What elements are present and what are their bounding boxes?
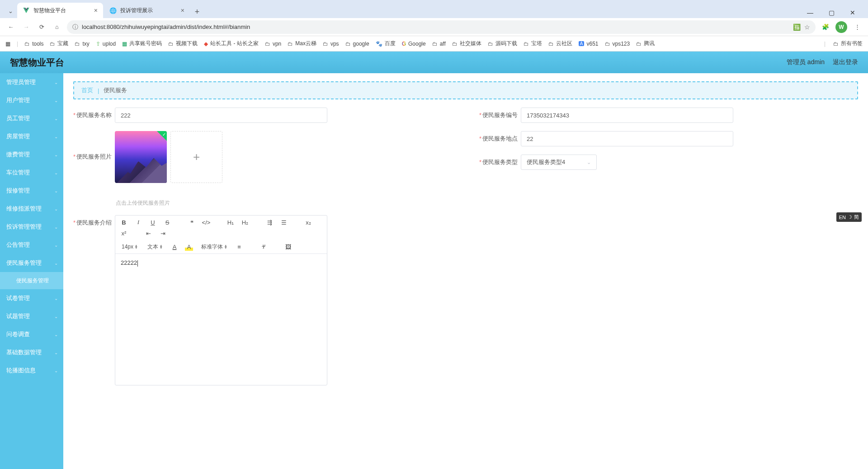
text-style-select[interactable]: 文本▴▾ [146, 243, 164, 251]
close-icon[interactable]: × [94, 7, 98, 14]
bookmark-item[interactable]: 🗀社交媒体 [452, 40, 481, 47]
image-button[interactable]: 🖼 [284, 243, 292, 251]
bookmark-item[interactable]: 🗀宝塔 [524, 40, 542, 47]
strike-button[interactable]: S [163, 218, 171, 226]
sidebar-item-paper[interactable]: 试卷管理⌄ [0, 289, 63, 307]
bookmark-item[interactable]: 🗀vps123 [605, 41, 630, 47]
maximize-button[interactable]: ▢ [825, 7, 838, 18]
code-input[interactable] [521, 108, 733, 123]
bookmark-item[interactable]: 🗀腾讯 [636, 40, 655, 47]
bookmark-item[interactable]: GGoogle [402, 41, 426, 47]
site-icon: ◆ [204, 41, 208, 47]
browser-tab-inactive[interactable]: 🌐 投诉管理展示 × [104, 3, 190, 18]
sidebar-item-question[interactable]: 试题管理⌄ [0, 307, 63, 325]
chevron-down-icon: ⌄ [54, 116, 58, 121]
bookmark-item[interactable]: ⇪uplod [96, 41, 116, 47]
bookmark-item[interactable]: 🗀aff [432, 41, 446, 47]
type-select[interactable]: 便民服务类型4 ⌄ [521, 155, 597, 170]
bookmark-item[interactable]: 🗀宝藏 [50, 40, 68, 47]
font-family-select[interactable]: 标准字体▴▾ [199, 243, 229, 251]
back-button[interactable]: ← [5, 22, 16, 33]
superscript-button[interactable]: x² [120, 229, 128, 237]
bookmark-item[interactable]: 🐾百度 [376, 40, 396, 47]
browser-tab-active[interactable]: 智慧物业平台 × [17, 3, 103, 18]
underline-button[interactable]: U [149, 218, 157, 226]
sidebar-item-user[interactable]: 用户管理⌄ [0, 91, 63, 109]
apps-icon[interactable]: ▦ [5, 41, 10, 47]
bookmark-star-icon[interactable]: ☆ [804, 23, 810, 31]
unordered-list-button[interactable]: ☰ [280, 218, 288, 226]
code-button[interactable]: </> [202, 218, 210, 226]
window-controls: — ▢ ✕ [803, 7, 864, 18]
bookmark-item[interactable]: 🗀视频下载 [168, 40, 198, 47]
sidebar-item-convenience[interactable]: 便民服务管理⌄ [0, 254, 63, 272]
text-color-button[interactable]: A [170, 243, 179, 251]
bookmark-item[interactable]: 🗀google [345, 41, 369, 47]
extensions-icon[interactable]: 🧩 [820, 22, 831, 33]
bookmark-item[interactable]: 🗀tools [24, 41, 43, 47]
sidebar-item-fee[interactable]: 缴费管理⌄ [0, 145, 63, 164]
bg-color-button[interactable]: A [185, 243, 193, 251]
sidebar-sub-convenience[interactable]: 便民服务管理 [0, 272, 63, 289]
bookmark-item[interactable]: ▦共享账号密码 [122, 40, 162, 47]
quote-button[interactable]: ❝ [188, 218, 196, 226]
sidebar-item-house[interactable]: 房屋管理⌄ [0, 127, 63, 145]
tab-search-dropdown[interactable]: ⌄ [4, 4, 17, 18]
upload-add-button[interactable]: + [170, 131, 222, 183]
bookmark-item[interactable]: 🗀vpn [265, 41, 281, 47]
editor-content[interactable]: 22222 [115, 254, 327, 385]
menu-icon[interactable]: ⋮ [852, 22, 863, 33]
name-input[interactable] [115, 108, 327, 123]
bookmark-item[interactable]: 🗀源码下载 [488, 40, 517, 47]
h1-button[interactable]: H₁ [226, 218, 235, 226]
url-box[interactable]: ⓘ localhost:8080/zhihuiwuyepingtai/admin… [67, 20, 816, 34]
indent-button[interactable]: ⇥ [159, 229, 167, 237]
bookmark-item[interactable]: 🗀txy [75, 41, 89, 47]
close-icon[interactable]: × [181, 7, 184, 14]
breadcrumb-home[interactable]: 首页 [81, 86, 93, 94]
sidebar-item-admin[interactable]: 管理员管理⌄ [0, 73, 63, 91]
sidebar-item-staff[interactable]: 员工管理⌄ [0, 109, 63, 127]
bookmark-item[interactable]: 🗀vps [323, 41, 339, 47]
forward-button[interactable]: → [21, 22, 32, 33]
italic-button[interactable]: I [134, 218, 142, 226]
align-button[interactable]: ≡ [235, 243, 243, 251]
sidebar-item-survey[interactable]: 问卷调查⌄ [0, 325, 63, 343]
sidebar-item-carousel[interactable]: 轮播图信息⌄ [0, 361, 63, 380]
uploaded-image-thumb[interactable] [115, 131, 167, 183]
bookmark-item[interactable]: 🗀Max云梯 [288, 40, 316, 47]
sheets-icon: ▦ [122, 41, 127, 47]
home-button[interactable]: ⌂ [52, 22, 62, 33]
chevron-down-icon: ⌄ [54, 261, 58, 266]
minimize-button[interactable]: — [803, 7, 817, 18]
bookmark-all[interactable]: |🗀所有书签 [824, 40, 863, 47]
sidebar-item-dispatch[interactable]: 维修指派管理⌄ [0, 200, 63, 218]
sidebar-item-complaint[interactable]: 投诉管理管理⌄ [0, 218, 63, 236]
translate-icon[interactable]: 🈯 [793, 23, 801, 31]
new-tab-button[interactable]: + [191, 5, 203, 18]
bookmark-item[interactable]: Av651 [579, 41, 599, 47]
sidebar-item-parking[interactable]: 车位管理⌄ [0, 164, 63, 182]
reload-button[interactable]: ⟳ [36, 22, 47, 33]
sidebar-item-basedata[interactable]: 基础数据管理⌄ [0, 343, 63, 361]
clear-format-button[interactable]: T [259, 243, 268, 251]
logout-link[interactable]: 退出登录 [833, 58, 858, 66]
chevron-down-icon: ⌄ [54, 134, 58, 139]
user-label[interactable]: 管理员 admin [787, 58, 825, 66]
profile-avatar[interactable]: W [835, 21, 847, 33]
bold-button[interactable]: B [120, 218, 128, 226]
bookmark-item[interactable]: ◆站长工具 - 站长之家 [204, 40, 259, 47]
font-size-select[interactable]: 14px▴▾ [120, 244, 139, 250]
location-input[interactable] [521, 131, 733, 146]
site-info-icon[interactable]: ⓘ [72, 23, 78, 31]
ordered-list-button[interactable]: ⇶ [265, 218, 274, 226]
sidebar-item-notice[interactable]: 公告管理⌄ [0, 236, 63, 254]
subscript-button[interactable]: x₂ [304, 218, 312, 226]
ime-indicator[interactable]: EN ☽ 简 [836, 212, 862, 222]
h2-button[interactable]: H₂ [241, 218, 249, 226]
chevron-down-icon: ⌄ [54, 98, 58, 103]
outdent-button[interactable]: ⇤ [144, 229, 152, 237]
close-window-button[interactable]: ✕ [846, 7, 859, 18]
sidebar-item-repair[interactable]: 报修管理⌄ [0, 182, 63, 200]
bookmark-item[interactable]: 🗀云社区 [548, 40, 572, 47]
